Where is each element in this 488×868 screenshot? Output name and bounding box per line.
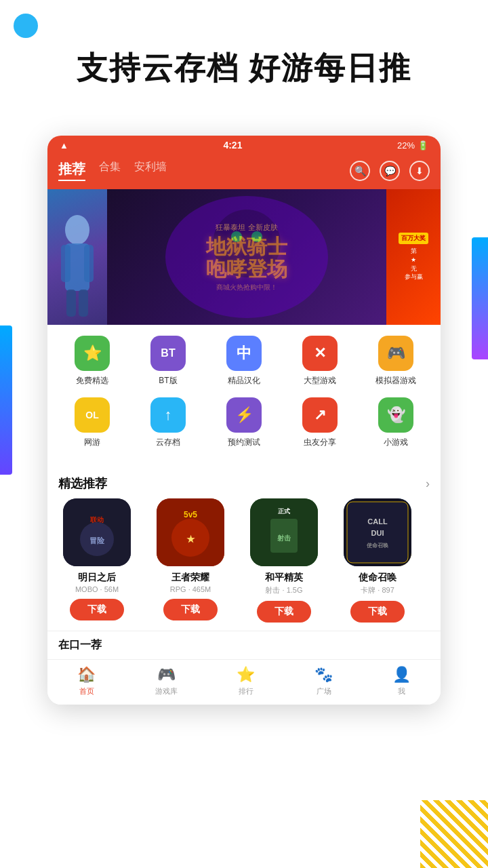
tab-recommend[interactable]: 推荐	[58, 160, 85, 181]
cat-online-label: 网游	[84, 437, 100, 448]
partial-label: 在口一荐	[58, 639, 102, 650]
game-meta-2: 射击 · 1.5G	[265, 585, 302, 595]
download-btn-0[interactable]: 下载	[70, 599, 124, 620]
cat-large[interactable]: ✕ 大型游戏	[287, 336, 352, 387]
cat-preorder-icon: ⚡	[226, 397, 262, 433]
cat-cloud-icon: ↑	[150, 397, 186, 433]
partial-section: 在口一荐	[47, 631, 441, 659]
nav-plaza[interactable]: 🐾 广场	[314, 665, 333, 696]
nav-rank-label: 排行	[239, 686, 253, 696]
svg-rect-5	[79, 290, 88, 317]
wifi-icon: ▲	[60, 140, 68, 151]
cat-cloud[interactable]: ↑ 云存档	[136, 397, 201, 448]
cat-free[interactable]: ⭐ 免费精选	[60, 336, 125, 387]
cat-emulator[interactable]: 🎮 模拟器游戏	[363, 336, 428, 387]
cat-preorder[interactable]: ⚡ 预约测试	[211, 397, 277, 448]
svg-point-9	[251, 231, 262, 242]
deco-yellow-stripe	[420, 800, 488, 868]
category-grid: ⭐ 免费精选 BT BT版 中 精品汉化 ✕ 大型游戏 🎮 模拟器游戏	[47, 325, 441, 470]
plaza-icon: 🐾	[314, 665, 333, 684]
cat-share-label: 虫友分享	[304, 437, 336, 448]
category-row-1: ⭐ 免费精选 BT BT版 中 精品汉化 ✕ 大型游戏 🎮 模拟器游戏	[54, 336, 434, 387]
nav-home-label: 首页	[79, 686, 94, 696]
banner-area[interactable]: 狂暴泰坦 全新皮肤 地狱骑士咆哮登场 商城火热抢购中限！ 百万大奖 第★无参与赢	[47, 189, 441, 325]
svg-point-7	[213, 210, 281, 277]
section-arrow[interactable]: ›	[426, 477, 430, 491]
rank-icon: ⭐	[237, 665, 256, 684]
section-title-featured: 精选推荐	[58, 475, 107, 492]
outer-background: 支持云存档 好游每日推 ▲ 4:21 22% 🔋 推荐 合集 安利墙 🔍 💬	[0, 0, 488, 868]
chat-icon-btn[interactable]: 💬	[380, 161, 400, 181]
banner-right-text: 第★无参与赢	[405, 247, 423, 281]
game-list: 联动 冒险 明日之后 MOBO · 56M 下载 5v5	[47, 498, 441, 631]
category-row-2: OL 网游 ↑ 云存档 ⚡ 预约测试 ↗ 虫友分享 👻 小游戏	[54, 397, 434, 448]
nav-tabs: 推荐 合集 安利墙	[58, 160, 350, 181]
game-name-0: 明日之后	[78, 572, 116, 584]
nav-library[interactable]: 🎮 游戏库	[155, 665, 178, 696]
status-left: ▲	[60, 140, 68, 151]
cat-minigame[interactable]: 👻 小游戏	[363, 397, 428, 448]
game-icon-3: CALL DUI 使命召唤	[344, 498, 411, 566]
battery-text: 22%	[397, 140, 415, 151]
cat-emulator-icon: 🎮	[378, 336, 413, 371]
game-meta-0: MOBO · 56M	[75, 585, 119, 593]
section-header-featured: 精选推荐 ›	[47, 470, 441, 498]
cat-bt-label: BT版	[159, 375, 177, 387]
svg-text:射击: 射击	[277, 534, 291, 542]
library-icon: 🎮	[157, 665, 176, 684]
svg-text:使命召唤: 使命召唤	[366, 542, 389, 549]
cat-chinese[interactable]: 中 精品汉化	[211, 336, 277, 387]
game-icon-1: 5v5 ★	[157, 498, 224, 566]
bottom-nav: 🏠 首页 🎮 游戏库 ⭐ 排行 🐾 广场 👤 我	[47, 659, 441, 705]
status-bar: ▲ 4:21 22% 🔋	[47, 136, 441, 155]
nav-icons: 🔍 💬 ⬇	[350, 161, 430, 181]
game-item-0: 联动 冒险 明日之后 MOBO · 56M 下载	[53, 498, 141, 623]
cat-minigame-icon: 👻	[378, 397, 413, 433]
nav-home[interactable]: 🏠 首页	[77, 665, 96, 696]
cat-free-label: 免费精选	[76, 375, 108, 387]
game-meta-3: 卡牌 · 897	[361, 585, 394, 595]
cat-large-icon: ✕	[302, 336, 338, 371]
cat-share-icon: ↗	[302, 397, 338, 433]
nav-me[interactable]: 👤 我	[392, 665, 411, 696]
me-icon: 👤	[392, 665, 411, 684]
game-item-1: 5v5 ★ 王者荣耀 RPG · 465M 下载	[146, 498, 235, 623]
banner-badge: 百万大奖	[399, 233, 428, 244]
nav-plaza-label: 广场	[317, 686, 331, 696]
blue-dot	[14, 14, 38, 38]
svg-text:冒险: 冒险	[89, 536, 105, 545]
cat-minigame-label: 小游戏	[384, 437, 408, 448]
svg-point-0	[65, 215, 89, 245]
deco-right-stripe	[472, 237, 488, 359]
deco-blue-stripe	[0, 326, 12, 475]
svg-point-8	[231, 231, 242, 242]
download-btn-1[interactable]: 下载	[163, 599, 218, 620]
download-btn-3[interactable]: 下载	[350, 601, 405, 623]
svg-text:DUI: DUI	[371, 529, 384, 537]
cat-online[interactable]: OL 网游	[60, 397, 125, 448]
tab-recommend-wall[interactable]: 安利墙	[134, 160, 167, 181]
cat-bt[interactable]: BT BT版	[136, 336, 201, 387]
cat-share[interactable]: ↗ 虫友分享	[287, 397, 352, 448]
cat-bt-icon: BT	[150, 336, 186, 371]
banner-left	[47, 189, 107, 325]
game-name-1: 王者荣耀	[171, 572, 209, 584]
download-icon-btn[interactable]: ⬇	[409, 161, 430, 181]
banner-main[interactable]: 狂暴泰坦 全新皮肤 地狱骑士咆哮登场 商城火热抢购中限！	[107, 189, 386, 325]
nav-me-label: 我	[398, 686, 405, 696]
game-name-3: 使命召唤	[359, 572, 396, 584]
game-icon-0: 联动 冒险	[63, 498, 131, 566]
svg-rect-4	[66, 290, 76, 317]
game-icon-2: 正式 射击	[250, 498, 318, 566]
game-item-3: CALL DUI 使命召唤 使命召唤 卡牌 · 897 下载	[333, 498, 422, 623]
cat-large-label: 大型游戏	[304, 375, 336, 387]
status-right: 22% 🔋	[397, 140, 428, 151]
search-icon-btn[interactable]: 🔍	[350, 161, 370, 181]
tab-collection[interactable]: 合集	[99, 160, 121, 181]
download-btn-2[interactable]: 下载	[257, 601, 311, 623]
svg-text:CALL: CALL	[367, 517, 388, 526]
home-icon: 🏠	[77, 665, 96, 684]
cat-cloud-label: 云存档	[156, 437, 180, 448]
game-meta-1: RPG · 465M	[170, 585, 211, 593]
nav-rank[interactable]: ⭐ 排行	[237, 665, 256, 696]
